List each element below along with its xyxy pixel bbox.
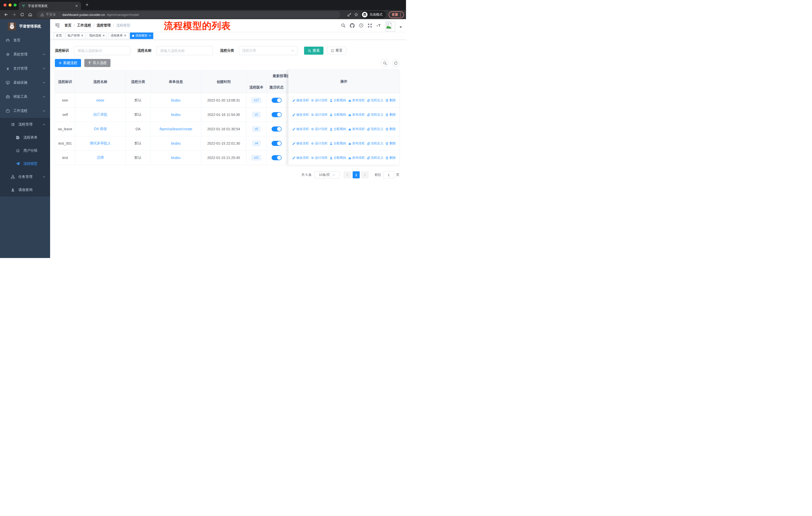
sidebar-item-user-group[interactable]: 用户分组: [0, 144, 50, 157]
next-page-button[interactable]: [361, 171, 369, 179]
action-design[interactable]: 设计流程: [311, 156, 327, 160]
sidebar-item-workflow[interactable]: 工作流程: [0, 104, 50, 118]
reset-button[interactable]: 重置: [327, 47, 346, 55]
sidebar-item-leave-query[interactable]: 请假查询: [0, 184, 50, 196]
action-publish[interactable]: 发布流程: [348, 127, 365, 131]
close-window-button[interactable]: [3, 3, 6, 6]
help-icon[interactable]: ?: [359, 23, 364, 28]
category-select[interactable]: 流程分类: [239, 46, 297, 55]
action-definition[interactable]: 流程定义: [367, 113, 383, 117]
page-size-select[interactable]: 10条/页: [315, 171, 340, 179]
active-toggle[interactable]: [271, 112, 282, 117]
action-edit[interactable]: 修改流程: [292, 156, 309, 160]
close-icon[interactable]: ✕: [124, 34, 126, 37]
action-definition[interactable]: 流程定义: [367, 156, 383, 160]
process-name-link[interactable]: eeee: [96, 98, 104, 102]
action-delete[interactable]: 删除: [385, 141, 396, 146]
action-assign[interactable]: 分配规则: [329, 127, 346, 131]
process-name-link[interactable]: 滔博: [97, 156, 104, 160]
prev-page-button[interactable]: [344, 171, 351, 179]
tab-tenant-manage[interactable]: 租户管理✕: [65, 32, 86, 39]
active-toggle[interactable]: [271, 127, 282, 132]
action-assign[interactable]: 分配规则: [329, 98, 346, 103]
process-name-link[interactable]: 测试多审批人: [90, 141, 111, 145]
breadcrumb-process-manage[interactable]: 流程管理: [97, 23, 111, 28]
filter-name-input[interactable]: [156, 46, 213, 55]
fullscreen-icon[interactable]: [368, 23, 372, 28]
action-delete[interactable]: 删除: [385, 98, 396, 103]
hamburger-icon[interactable]: [55, 23, 60, 28]
zoom-window-button[interactable]: [13, 3, 17, 6]
action-assign[interactable]: 分配规则: [329, 141, 346, 146]
action-definition[interactable]: 流程定义: [367, 141, 383, 146]
active-toggle[interactable]: [271, 98, 282, 103]
search-button[interactable]: 搜索: [304, 47, 323, 55]
refresh-table-button[interactable]: [392, 59, 400, 67]
sidebar-item-process-form[interactable]: 流程表单: [0, 131, 50, 144]
home-icon[interactable]: [28, 12, 32, 17]
close-icon[interactable]: ✕: [103, 34, 105, 37]
action-design[interactable]: 设计流程: [311, 127, 327, 131]
forward-icon[interactable]: [12, 12, 17, 17]
sidebar-item-dev-tools[interactable]: 研发工具: [0, 90, 50, 104]
minimize-window-button[interactable]: [8, 3, 11, 6]
reload-icon[interactable]: [20, 12, 24, 17]
browser-update-button[interactable]: 更新: [388, 11, 404, 18]
password-key-icon[interactable]: [347, 12, 351, 17]
form-info-link[interactable]: biubiu: [171, 141, 180, 145]
avatar[interactable]: [386, 21, 395, 31]
action-delete[interactable]: 删除: [385, 113, 396, 117]
active-toggle[interactable]: [271, 141, 282, 146]
action-publish[interactable]: 发布流程: [348, 156, 365, 160]
back-icon[interactable]: [4, 12, 8, 17]
tab-process-form[interactable]: 流程表单✕: [108, 32, 128, 39]
import-process-button[interactable]: 导入流程: [84, 59, 111, 67]
action-assign[interactable]: 分配规则: [329, 113, 346, 117]
action-edit[interactable]: 修改流程: [292, 98, 309, 103]
action-design[interactable]: 设计流程: [311, 98, 327, 103]
action-definition[interactable]: 流程定义: [367, 98, 383, 103]
sidebar-item-process-manage[interactable]: 流程管理: [0, 118, 50, 131]
breadcrumb-home[interactable]: 首页: [64, 23, 71, 28]
new-tab-button[interactable]: +: [86, 2, 89, 8]
url-bar[interactable]: 不安全 dashboard.yudao.iocoder.cn/bpm/manag…: [37, 11, 340, 18]
browser-tab[interactable]: 芋道管理系统 ✕: [19, 2, 81, 10]
create-process-button[interactable]: 新建流程: [55, 59, 81, 67]
sidebar-item-home[interactable]: 首页: [0, 33, 50, 47]
form-info-link[interactable]: biubiu: [171, 98, 180, 102]
goto-page-input[interactable]: [383, 171, 394, 179]
tab-process-model[interactable]: 流程模型✕: [130, 32, 153, 39]
action-edit[interactable]: 修改流程: [292, 141, 309, 146]
form-info-link[interactable]: biubiu: [171, 113, 180, 117]
sidebar-item-infrastructure[interactable]: 基础设施: [0, 76, 50, 90]
github-icon[interactable]: [350, 23, 355, 28]
action-edit[interactable]: 修改流程: [292, 113, 309, 117]
action-delete[interactable]: 删除: [385, 127, 396, 131]
close-icon[interactable]: ✕: [149, 34, 151, 37]
page-number-button[interactable]: 1: [353, 171, 360, 179]
search-icon[interactable]: [341, 23, 346, 28]
sidebar-item-task-manage[interactable]: 任务管理: [0, 170, 50, 184]
process-name-link[interactable]: 自己审批: [93, 112, 108, 116]
sidebar-logo[interactable]: 芋道管理系统: [0, 19, 50, 33]
form-info-link[interactable]: /bpm/oa/leave/create: [159, 127, 192, 131]
tab-close-icon[interactable]: ✕: [75, 4, 78, 8]
active-toggle[interactable]: [271, 155, 282, 160]
action-publish[interactable]: 发布流程: [348, 98, 365, 103]
form-info-link[interactable]: biubiu: [171, 156, 180, 160]
action-publish[interactable]: 发布流程: [348, 141, 365, 146]
filter-key-input[interactable]: [74, 46, 130, 55]
sidebar-item-payment[interactable]: ¥支付管理: [0, 61, 50, 76]
browser-menu-kebab-icon[interactable]: [400, 12, 401, 17]
action-design[interactable]: 设计流程: [311, 141, 327, 146]
avatar-caret-down-icon[interactable]: [400, 26, 402, 28]
sidebar-item-process-model[interactable]: 流程模型: [0, 157, 50, 170]
close-icon[interactable]: ✕: [81, 34, 83, 37]
action-delete[interactable]: 删除: [385, 156, 396, 160]
action-assign[interactable]: 分配规则: [329, 156, 346, 160]
action-edit[interactable]: 修改流程: [292, 127, 309, 131]
bookmark-star-icon[interactable]: [354, 12, 358, 17]
action-publish[interactable]: 发布流程: [348, 113, 365, 117]
tab-home[interactable]: 首页: [54, 32, 64, 39]
action-definition[interactable]: 流程定义: [367, 127, 383, 131]
